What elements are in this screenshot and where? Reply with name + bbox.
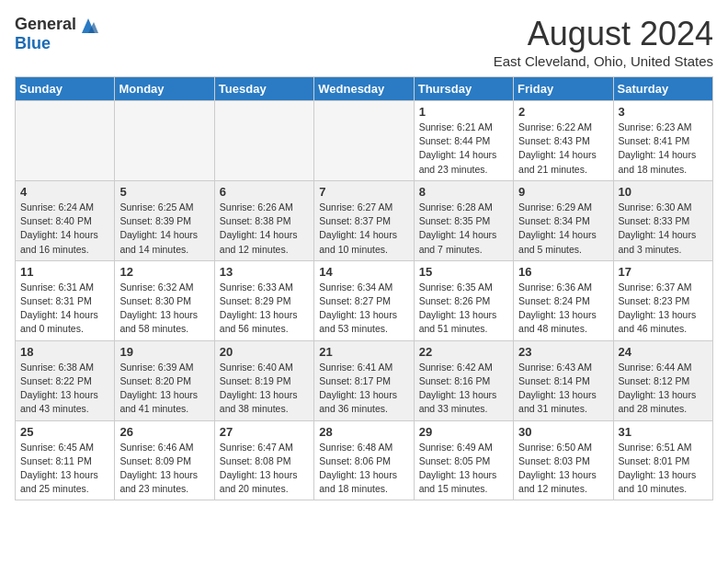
day-info: Sunrise: 6:22 AMSunset: 8:43 PMDaylight:… xyxy=(518,121,608,177)
day-info: Sunrise: 6:43 AMSunset: 8:14 PMDaylight:… xyxy=(518,361,608,417)
day-info: Sunrise: 6:36 AMSunset: 8:24 PMDaylight:… xyxy=(518,281,608,337)
day-info: Sunrise: 6:42 AMSunset: 8:16 PMDaylight:… xyxy=(419,361,508,417)
calendar-cell: 12Sunrise: 6:32 AMSunset: 8:30 PMDayligh… xyxy=(115,260,214,340)
day-number: 8 xyxy=(419,185,508,199)
day-number: 11 xyxy=(20,265,109,279)
day-number: 13 xyxy=(220,265,309,279)
calendar-cell: 17Sunrise: 6:37 AMSunset: 8:23 PMDayligh… xyxy=(613,260,712,340)
day-number: 15 xyxy=(419,265,508,279)
day-number: 2 xyxy=(518,105,608,119)
day-info: Sunrise: 6:21 AMSunset: 8:44 PMDaylight:… xyxy=(419,121,508,177)
day-info: Sunrise: 6:37 AMSunset: 8:23 PMDaylight:… xyxy=(619,281,708,337)
logo-general-text: General xyxy=(15,15,76,34)
day-header-thursday: Thursday xyxy=(414,77,513,101)
calendar-week-row: 18Sunrise: 6:38 AMSunset: 8:22 PMDayligh… xyxy=(16,340,713,420)
calendar-table: SundayMondayTuesdayWednesdayThursdayFrid… xyxy=(15,76,713,500)
day-number: 6 xyxy=(220,185,309,199)
day-number: 19 xyxy=(119,345,209,359)
calendar-cell: 9Sunrise: 6:29 AMSunset: 8:34 PMDaylight… xyxy=(514,180,613,260)
day-info: Sunrise: 6:45 AMSunset: 8:11 PMDaylight:… xyxy=(20,441,109,497)
calendar-cell xyxy=(314,101,414,181)
day-info: Sunrise: 6:23 AMSunset: 8:41 PMDaylight:… xyxy=(619,121,708,177)
calendar-cell: 8Sunrise: 6:28 AMSunset: 8:35 PMDaylight… xyxy=(414,180,513,260)
day-info: Sunrise: 6:29 AMSunset: 8:34 PMDaylight:… xyxy=(518,201,608,257)
day-info: Sunrise: 6:39 AMSunset: 8:20 PMDaylight:… xyxy=(119,361,209,417)
day-info: Sunrise: 6:26 AMSunset: 8:38 PMDaylight:… xyxy=(220,201,309,257)
day-header-monday: Monday xyxy=(115,77,214,101)
day-info: Sunrise: 6:30 AMSunset: 8:33 PMDaylight:… xyxy=(619,201,708,257)
calendar-cell: 30Sunrise: 6:50 AMSunset: 8:03 PMDayligh… xyxy=(514,420,613,500)
calendar-cell: 14Sunrise: 6:34 AMSunset: 8:27 PMDayligh… xyxy=(314,260,414,340)
calendar-cell: 23Sunrise: 6:43 AMSunset: 8:14 PMDayligh… xyxy=(514,340,613,420)
day-info: Sunrise: 6:28 AMSunset: 8:35 PMDaylight:… xyxy=(419,201,508,257)
calendar-cell xyxy=(115,101,214,181)
day-number: 24 xyxy=(619,345,708,359)
day-info: Sunrise: 6:27 AMSunset: 8:37 PMDaylight:… xyxy=(319,201,408,257)
day-number: 27 xyxy=(220,425,309,439)
title-area: August 2024 East Cleveland, Ohio, United… xyxy=(494,15,713,69)
logo: General Blue xyxy=(15,15,98,53)
day-header-saturday: Saturday xyxy=(613,77,712,101)
day-number: 12 xyxy=(119,265,209,279)
day-number: 21 xyxy=(319,345,408,359)
day-number: 28 xyxy=(319,425,408,439)
calendar-cell: 16Sunrise: 6:36 AMSunset: 8:24 PMDayligh… xyxy=(514,260,613,340)
calendar-cell: 22Sunrise: 6:42 AMSunset: 8:16 PMDayligh… xyxy=(414,340,513,420)
day-number: 18 xyxy=(20,345,109,359)
day-number: 5 xyxy=(119,185,209,199)
day-info: Sunrise: 6:48 AMSunset: 8:06 PMDaylight:… xyxy=(319,441,408,497)
calendar-cell: 29Sunrise: 6:49 AMSunset: 8:05 PMDayligh… xyxy=(414,420,513,500)
calendar-cell: 26Sunrise: 6:46 AMSunset: 8:09 PMDayligh… xyxy=(115,420,214,500)
calendar-week-row: 1Sunrise: 6:21 AMSunset: 8:44 PMDaylight… xyxy=(16,101,713,181)
day-info: Sunrise: 6:40 AMSunset: 8:19 PMDaylight:… xyxy=(220,361,309,417)
day-number: 10 xyxy=(619,185,708,199)
day-info: Sunrise: 6:35 AMSunset: 8:26 PMDaylight:… xyxy=(419,281,508,337)
calendar-cell xyxy=(16,101,115,181)
calendar-cell: 11Sunrise: 6:31 AMSunset: 8:31 PMDayligh… xyxy=(16,260,115,340)
calendar-cell: 15Sunrise: 6:35 AMSunset: 8:26 PMDayligh… xyxy=(414,260,513,340)
calendar-cell xyxy=(214,101,313,181)
calendar-cell: 31Sunrise: 6:51 AMSunset: 8:01 PMDayligh… xyxy=(613,420,712,500)
day-number: 25 xyxy=(20,425,109,439)
calendar-cell: 13Sunrise: 6:33 AMSunset: 8:29 PMDayligh… xyxy=(214,260,313,340)
day-number: 29 xyxy=(419,425,508,439)
day-info: Sunrise: 6:50 AMSunset: 8:03 PMDaylight:… xyxy=(518,441,608,497)
calendar-week-row: 4Sunrise: 6:24 AMSunset: 8:40 PMDaylight… xyxy=(16,180,713,260)
day-header-sunday: Sunday xyxy=(16,77,115,101)
logo-icon xyxy=(78,17,98,33)
day-number: 23 xyxy=(518,345,608,359)
day-number: 26 xyxy=(119,425,209,439)
calendar-cell: 7Sunrise: 6:27 AMSunset: 8:37 PMDaylight… xyxy=(314,180,414,260)
day-info: Sunrise: 6:25 AMSunset: 8:39 PMDaylight:… xyxy=(119,201,209,257)
month-title: August 2024 xyxy=(494,15,713,53)
day-number: 3 xyxy=(619,105,708,119)
day-number: 1 xyxy=(419,105,508,119)
day-info: Sunrise: 6:33 AMSunset: 8:29 PMDaylight:… xyxy=(220,281,309,337)
calendar-cell: 6Sunrise: 6:26 AMSunset: 8:38 PMDaylight… xyxy=(214,180,313,260)
calendar-cell: 18Sunrise: 6:38 AMSunset: 8:22 PMDayligh… xyxy=(16,340,115,420)
calendar-cell: 21Sunrise: 6:41 AMSunset: 8:17 PMDayligh… xyxy=(314,340,414,420)
day-info: Sunrise: 6:24 AMSunset: 8:40 PMDaylight:… xyxy=(20,201,109,257)
calendar-cell: 19Sunrise: 6:39 AMSunset: 8:20 PMDayligh… xyxy=(115,340,214,420)
day-number: 30 xyxy=(518,425,608,439)
header: General Blue August 2024 East Cleveland,… xyxy=(15,15,713,69)
day-info: Sunrise: 6:44 AMSunset: 8:12 PMDaylight:… xyxy=(619,361,708,417)
calendar-cell: 24Sunrise: 6:44 AMSunset: 8:12 PMDayligh… xyxy=(613,340,712,420)
day-info: Sunrise: 6:31 AMSunset: 8:31 PMDaylight:… xyxy=(20,281,109,337)
day-info: Sunrise: 6:51 AMSunset: 8:01 PMDaylight:… xyxy=(619,441,708,497)
day-header-wednesday: Wednesday xyxy=(314,77,414,101)
day-number: 9 xyxy=(518,185,608,199)
day-number: 7 xyxy=(319,185,408,199)
day-info: Sunrise: 6:41 AMSunset: 8:17 PMDaylight:… xyxy=(319,361,408,417)
calendar-week-row: 11Sunrise: 6:31 AMSunset: 8:31 PMDayligh… xyxy=(16,260,713,340)
calendar-cell: 3Sunrise: 6:23 AMSunset: 8:41 PMDaylight… xyxy=(613,101,712,181)
calendar-cell: 28Sunrise: 6:48 AMSunset: 8:06 PMDayligh… xyxy=(314,420,414,500)
calendar-week-row: 25Sunrise: 6:45 AMSunset: 8:11 PMDayligh… xyxy=(16,420,713,500)
day-info: Sunrise: 6:34 AMSunset: 8:27 PMDaylight:… xyxy=(319,281,408,337)
calendar-header-row: SundayMondayTuesdayWednesdayThursdayFrid… xyxy=(16,77,713,101)
calendar-cell: 25Sunrise: 6:45 AMSunset: 8:11 PMDayligh… xyxy=(16,420,115,500)
day-number: 16 xyxy=(518,265,608,279)
calendar-cell: 1Sunrise: 6:21 AMSunset: 8:44 PMDaylight… xyxy=(414,101,513,181)
calendar-cell: 27Sunrise: 6:47 AMSunset: 8:08 PMDayligh… xyxy=(214,420,313,500)
day-number: 17 xyxy=(619,265,708,279)
